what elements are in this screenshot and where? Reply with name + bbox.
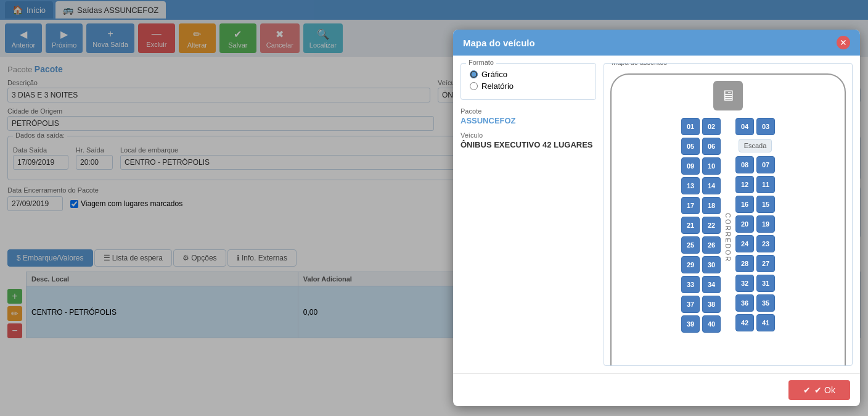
seat-row-7: 25 26 bbox=[681, 236, 721, 254]
seat-row-r10: 42 41 bbox=[735, 314, 775, 331]
seat-row-9: 33 34 bbox=[681, 276, 721, 293]
seat-05[interactable]: 05 bbox=[681, 138, 700, 155]
seat-02[interactable]: 02 bbox=[702, 118, 721, 135]
seat-row-r1: 04 03 bbox=[735, 118, 775, 135]
modal-footer: ✔ ✔ Ok bbox=[453, 373, 860, 406]
seat-28[interactable]: 28 bbox=[735, 255, 754, 272]
seat-row-r3: 12 11 bbox=[735, 176, 775, 193]
seat-map-scroll[interactable]: 🖥 01 02 05 bbox=[604, 64, 852, 365]
seat-row-8: 29 30 bbox=[681, 256, 721, 273]
seat-22[interactable]: 22 bbox=[702, 217, 721, 234]
seat-row-r2: 08 07 bbox=[735, 156, 775, 173]
pacote-info-label: Pacote bbox=[461, 107, 596, 115]
seat-27[interactable]: 27 bbox=[756, 255, 775, 272]
grafico-radio[interactable] bbox=[470, 70, 478, 78]
steering-wheel-icon: 🖥 bbox=[713, 81, 743, 110]
seat-34[interactable]: 34 bbox=[702, 276, 721, 293]
escada-row: Escada bbox=[735, 138, 775, 154]
seat-31[interactable]: 31 bbox=[756, 275, 775, 292]
seat-07[interactable]: 07 bbox=[756, 156, 775, 173]
seat-row-r6: 24 23 bbox=[735, 235, 775, 252]
ok-button[interactable]: ✔ ✔ Ok bbox=[788, 380, 850, 400]
seat-01[interactable]: 01 bbox=[681, 118, 700, 135]
seat-17[interactable]: 17 bbox=[681, 197, 700, 214]
seat-11[interactable]: 11 bbox=[756, 176, 775, 193]
seat-39[interactable]: 39 bbox=[681, 315, 700, 333]
seat-18[interactable]: 18 bbox=[702, 197, 721, 214]
seat-35[interactable]: 35 bbox=[756, 294, 775, 312]
modal-title: Mapa do veículo bbox=[463, 38, 535, 48]
driver-seat: 🖥 bbox=[618, 81, 838, 110]
modal-body: Formato Gráfico Relatório Pacote ASSUNCE… bbox=[453, 56, 860, 373]
seat-04[interactable]: 04 bbox=[735, 118, 754, 135]
seat-40[interactable]: 40 bbox=[702, 315, 721, 333]
seat-row-r8: 32 31 bbox=[735, 275, 775, 292]
seat-row-r5: 20 19 bbox=[735, 215, 775, 233]
escada-label: Escada bbox=[739, 139, 772, 152]
seat-16[interactable]: 16 bbox=[735, 196, 754, 213]
seat-38[interactable]: 38 bbox=[702, 296, 721, 313]
seat-37[interactable]: 37 bbox=[681, 296, 700, 313]
seat-12[interactable]: 12 bbox=[735, 176, 754, 193]
seat-21[interactable]: 21 bbox=[681, 217, 700, 234]
relatorio-radio-row: Relatório bbox=[470, 81, 587, 91]
seat-33[interactable]: 33 bbox=[681, 276, 700, 293]
seat-30[interactable]: 30 bbox=[702, 256, 721, 273]
veiculo-info-value: ÔNIBUS EXECUTIVO 42 LUGARES bbox=[461, 140, 596, 149]
seat-row-2: 05 06 bbox=[681, 138, 721, 155]
format-title: Formato bbox=[466, 59, 496, 66]
seat-19[interactable]: 19 bbox=[756, 215, 775, 233]
seat-10[interactable]: 10 bbox=[702, 157, 721, 175]
modal-left-panel: Formato Gráfico Relatório Pacote ASSUNCE… bbox=[461, 63, 596, 366]
modal-header: Mapa do veículo ✕ bbox=[453, 30, 860, 56]
seat-map-box: Mapa de assentos 🖥 01 bbox=[604, 63, 853, 366]
seat-14[interactable]: 14 bbox=[702, 177, 721, 194]
seat-row-6: 21 22 bbox=[681, 217, 721, 234]
seat-row-3: 09 10 bbox=[681, 157, 721, 175]
seat-row-10: 37 38 bbox=[681, 296, 721, 313]
seat-15[interactable]: 15 bbox=[756, 196, 775, 213]
seat-36[interactable]: 36 bbox=[735, 294, 754, 312]
seat-row-5: 17 18 bbox=[681, 197, 721, 214]
seat-24[interactable]: 24 bbox=[735, 235, 754, 252]
relatorio-label: Relatório bbox=[481, 81, 514, 91]
seat-09[interactable]: 09 bbox=[681, 157, 700, 175]
corredor-label: CORREDOR bbox=[723, 143, 733, 333]
seat-row-r4: 16 15 bbox=[735, 196, 775, 213]
seat-20[interactable]: 20 bbox=[735, 215, 754, 233]
seat-25[interactable]: 25 bbox=[681, 236, 700, 254]
right-seats: 04 03 Escada 08 07 bbox=[735, 118, 775, 333]
ok-icon: ✔ bbox=[803, 385, 811, 395]
seat-41[interactable]: 41 bbox=[756, 314, 775, 331]
seat-row-1: 01 02 bbox=[681, 118, 721, 135]
mapa-modal: Mapa do veículo ✕ Formato Gráfico Relató… bbox=[453, 30, 860, 406]
veiculo-info-label: Veículo bbox=[461, 131, 596, 139]
seat-26[interactable]: 26 bbox=[702, 236, 721, 254]
seat-row-r9: 36 35 bbox=[735, 294, 775, 312]
seat-23[interactable]: 23 bbox=[756, 235, 775, 252]
left-seats: 01 02 05 06 09 10 bbox=[681, 118, 721, 333]
grafico-radio-row: Gráfico bbox=[470, 70, 587, 79]
seat-29[interactable]: 29 bbox=[681, 256, 700, 273]
seat-row-11: 39 40 bbox=[681, 315, 721, 333]
seat-42[interactable]: 42 bbox=[735, 314, 754, 331]
format-box: Formato Gráfico Relatório bbox=[461, 63, 596, 100]
pacote-info: Pacote ASSUNCEFOZ Veículo ÔNIBUS EXECUTI… bbox=[461, 107, 596, 149]
seat-layout: 01 02 05 06 09 10 bbox=[618, 118, 838, 333]
modal-right-panel: Mapa de assentos 🖥 01 bbox=[604, 63, 853, 366]
relatorio-radio[interactable] bbox=[470, 82, 478, 90]
seat-row-4: 13 14 bbox=[681, 177, 721, 194]
pacote-info-value: ASSUNCEFOZ bbox=[461, 116, 596, 125]
seat-06[interactable]: 06 bbox=[702, 138, 721, 155]
modal-close-button[interactable]: ✕ bbox=[837, 36, 850, 49]
seat-map-title: Mapa de assentos bbox=[609, 63, 669, 66]
grafico-label: Gráfico bbox=[481, 70, 507, 79]
bus-shape: 🖥 01 02 05 bbox=[610, 73, 846, 365]
seat-row-r7: 28 27 bbox=[735, 255, 775, 272]
seat-03[interactable]: 03 bbox=[756, 118, 775, 135]
seat-13[interactable]: 13 bbox=[681, 177, 700, 194]
seat-32[interactable]: 32 bbox=[735, 275, 754, 292]
seat-08[interactable]: 08 bbox=[735, 156, 754, 173]
